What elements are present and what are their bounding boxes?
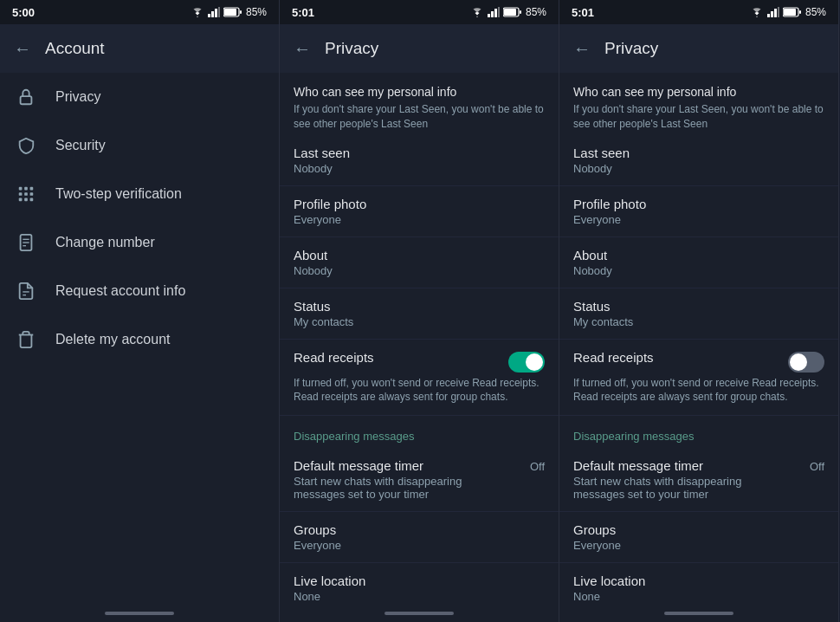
profile-photo-sub: Everyone [294, 213, 545, 226]
home-indicator-3 [559, 605, 838, 622]
svg-rect-8 [19, 187, 23, 191]
groups-item-off[interactable]: Groups Everyone [559, 512, 838, 563]
read-receipts-item-off[interactable]: Read receipts If turned off, you won't s… [559, 340, 838, 417]
status-bar-3: 5:01 85% [559, 0, 838, 24]
privacy-list-off: Who can see my personal info If you don'… [559, 73, 838, 605]
status-title-off: Status [573, 299, 824, 314]
default-timer-value-off: Off [810, 460, 824, 473]
privacy-label: Privacy [55, 89, 100, 105]
read-receipts-toggle-on[interactable] [508, 352, 545, 373]
personal-info-header: Who can see my personal info [294, 85, 545, 99]
last-seen-item[interactable]: Last seen Nobody [280, 135, 559, 186]
groups-title-on: Groups [294, 522, 545, 537]
read-receipts-title-on: Read receipts [294, 350, 374, 365]
time-2: 5:01 [292, 6, 314, 19]
disappearing-header-on: Disappearing messages [280, 416, 559, 448]
privacy-header-on: ← Privacy [280, 24, 559, 73]
back-button-3[interactable]: ← [573, 39, 591, 59]
profile-photo-title-off: Profile photo [573, 197, 824, 211]
about-title-off: About [573, 248, 824, 262]
default-timer-content-on: Default message timer Start new chats wi… [294, 458, 493, 501]
groups-sub-on: Everyone [294, 539, 545, 552]
privacy-title-on: Privacy [325, 39, 378, 58]
about-item-off[interactable]: About Nobody [559, 237, 838, 288]
last-seen-title-off: Last seen [573, 146, 824, 160]
time-1: 5:00 [12, 6, 35, 19]
personal-info-section-off: Who can see my personal info If you don'… [559, 73, 838, 135]
personal-info-section: Who can see my personal info If you don'… [280, 73, 559, 135]
personal-info-desc-off: If you don't share your Last Seen, you w… [573, 102, 824, 132]
svg-rect-23 [488, 14, 490, 17]
battery-3: 85% [805, 6, 826, 18]
about-title: About [294, 248, 545, 262]
svg-rect-10 [30, 187, 34, 191]
status-title: Status [294, 299, 545, 314]
home-bar-1 [105, 612, 174, 615]
default-timer-item-on[interactable]: Default message timer Start new chats wi… [280, 448, 559, 512]
personal-info-desc: If you don't share your Last Seen, you w… [294, 102, 545, 132]
profile-photo-item-off[interactable]: Profile photo Everyone [559, 186, 838, 237]
home-bar-3 [664, 612, 733, 615]
menu-item-security[interactable]: Security [0, 121, 279, 170]
battery-icon [223, 7, 242, 17]
svg-rect-13 [30, 192, 34, 196]
menu-item-delete-account[interactable]: Delete my account [0, 315, 279, 364]
disappearing-header-off: Disappearing messages [559, 416, 838, 448]
svg-rect-14 [19, 198, 23, 202]
status-item[interactable]: Status My contacts [280, 288, 559, 340]
account-header: ← Account [0, 24, 279, 73]
svg-rect-9 [24, 187, 28, 191]
menu-item-privacy[interactable]: Privacy [0, 73, 279, 121]
svg-rect-15 [24, 198, 28, 202]
account-title: Account [45, 39, 105, 58]
read-receipts-toggle-off[interactable] [788, 352, 824, 373]
about-item[interactable]: About Nobody [280, 237, 559, 288]
status-bar-1: 5:00 85% [0, 0, 279, 24]
back-button-1[interactable]: ← [14, 39, 31, 59]
live-location-title-on: Live location [294, 573, 545, 588]
battery-icon-2 [503, 7, 522, 17]
battery-icon-3 [783, 7, 802, 17]
default-timer-row-off: Default message timer Start new chats wi… [573, 458, 824, 501]
default-timer-title-on: Default message timer [294, 458, 493, 473]
svg-rect-31 [771, 11, 773, 17]
groups-sub-off: Everyone [573, 539, 824, 552]
security-label: Security [55, 138, 106, 153]
svg-rect-6 [240, 10, 242, 14]
svg-rect-12 [24, 192, 28, 196]
svg-rect-11 [19, 192, 23, 196]
svg-rect-29 [520, 10, 521, 14]
personal-info-header-off: Who can see my personal info [573, 85, 824, 99]
signal-icon [208, 7, 220, 17]
live-location-item-on[interactable]: Live location None [280, 563, 559, 605]
default-timer-sub-off: Start new chats with disappearing messag… [573, 475, 772, 501]
file-icon [14, 279, 38, 303]
about-sub: Nobody [294, 264, 545, 277]
change-number-label: Change number [55, 235, 155, 250]
status-sub-off: My contacts [573, 315, 824, 328]
read-receipts-content-off: Read receipts [573, 350, 654, 366]
svg-rect-30 [767, 14, 770, 17]
live-location-item-off[interactable]: Live location None [559, 563, 838, 605]
read-receipts-row-off: Read receipts [573, 350, 824, 373]
svg-rect-1 [211, 11, 214, 17]
two-step-label: Two-step verification [55, 186, 182, 202]
status-bar-2: 5:01 85% [280, 0, 559, 24]
menu-item-change-number[interactable]: Change number [0, 218, 279, 267]
privacy-panel-off: 5:01 85% ← Privacy Wh [559, 0, 839, 622]
menu-item-request-info[interactable]: Request account info [0, 267, 279, 315]
status-item-off[interactable]: Status My contacts [559, 288, 838, 340]
groups-item-on[interactable]: Groups Everyone [280, 512, 559, 563]
home-indicator-1 [0, 605, 279, 622]
time-3: 5:01 [572, 6, 594, 19]
back-button-2[interactable]: ← [294, 39, 311, 59]
default-timer-row-on: Default message timer Start new chats wi… [294, 458, 545, 501]
last-seen-item-off[interactable]: Last seen Nobody [559, 135, 838, 186]
profile-photo-item[interactable]: Profile photo Everyone [280, 186, 559, 237]
trash-icon [14, 327, 38, 352]
read-receipts-item-on[interactable]: Read receipts If turned off, you won't s… [280, 340, 559, 417]
account-panel: 5:00 85% ← Accoun [0, 0, 280, 622]
default-timer-item-off[interactable]: Default message timer Start new chats wi… [559, 448, 838, 512]
menu-item-two-step[interactable]: Two-step verification [0, 170, 279, 218]
signal-icon-3 [767, 7, 779, 17]
